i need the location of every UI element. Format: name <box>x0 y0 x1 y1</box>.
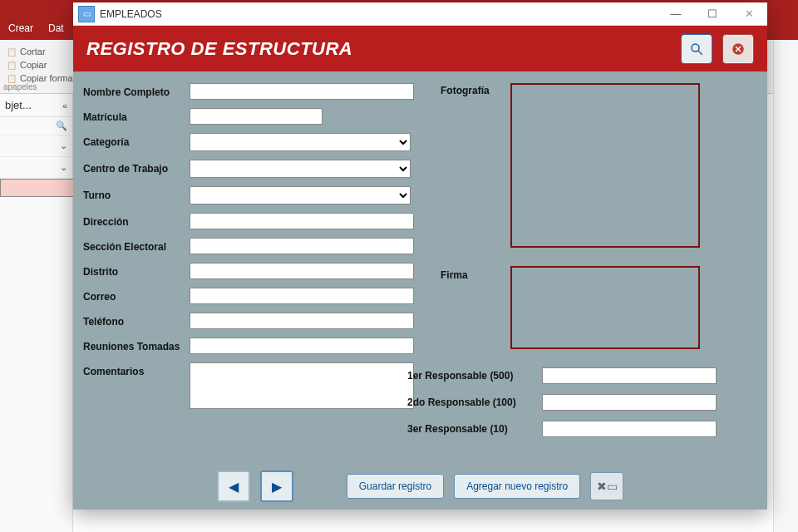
label-resp3: 3er Responsable (10) <box>407 423 537 435</box>
input-nombre[interactable] <box>190 83 414 100</box>
chevron-left-icon: ◀ <box>229 479 239 495</box>
label-distrito: Distrito <box>83 263 190 278</box>
input-reuniones[interactable] <box>190 337 414 354</box>
window-close-button[interactable]: ✕ <box>731 3 767 25</box>
svg-line-1 <box>698 51 702 55</box>
bg-tab-datos[interactable]: Dat <box>48 22 64 34</box>
svg-point-0 <box>692 44 699 52</box>
search-icon <box>689 42 704 57</box>
label-categoria: Categoría <box>83 133 190 148</box>
delete-record-button[interactable]: ✖▭ <box>590 472 623 500</box>
label-seccion: Sección Electoral <box>83 238 190 253</box>
select-categoria[interactable] <box>190 133 411 151</box>
bg-nav-search[interactable]: 🔍 <box>0 117 72 135</box>
input-seccion[interactable] <box>190 238 414 254</box>
input-telefono[interactable] <box>190 313 414 329</box>
label-reuniones: Reuniones Tomadas <box>83 337 190 352</box>
input-distrito[interactable] <box>190 263 414 279</box>
input-correo[interactable] <box>190 288 414 304</box>
close-icon <box>731 42 746 57</box>
right-column: Fotografía Firma 1er Responsable (500) 2… <box>441 83 757 449</box>
window-title: EMPLEADOS <box>100 8 658 20</box>
next-record-button[interactable]: ▶ <box>260 470 293 502</box>
label-nombre: Nombre Completo <box>83 83 190 98</box>
delete-icon: ✖▭ <box>597 480 618 493</box>
bg-group-portapapeles: apapeles <box>3 82 37 91</box>
banner: REGISTRO DE ESTRUCTURA <box>73 26 767 71</box>
close-form-button[interactable] <box>722 34 754 64</box>
input-resp2[interactable] <box>542 394 717 411</box>
prev-record-button[interactable]: ◀ <box>217 470 250 502</box>
input-direccion[interactable] <box>190 213 414 229</box>
label-turno: Turno <box>83 186 190 201</box>
bg-tab-crear[interactable]: Crear <box>8 22 33 34</box>
input-matricula[interactable] <box>190 108 323 125</box>
window-minimize-button[interactable]: — <box>658 3 694 25</box>
select-turno[interactable] <box>190 186 411 204</box>
search-button[interactable] <box>681 34 712 64</box>
banner-title: REGISTRO DE ESTRUCTURA <box>86 38 671 60</box>
bg-nav-pane: bjet... « 🔍 ⌄ ⌄ <box>0 94 73 532</box>
firma-box[interactable] <box>510 266 700 349</box>
left-column: Nombre Completo Matrícula Categoría Cent… <box>83 83 416 449</box>
agregar-button[interactable]: Agregar nuevo registro <box>454 474 580 499</box>
label-correo: Correo <box>83 288 190 303</box>
bg-nav-group-2[interactable]: ⌄ <box>0 157 72 179</box>
label-telefono: Teléfono <box>83 313 190 328</box>
label-firma: Firma <box>441 269 468 281</box>
label-resp2: 2do Responsable (100) <box>407 397 537 408</box>
label-comentarios: Comentarios <box>83 362 190 377</box>
guardar-button[interactable]: Guardar registro <box>347 474 444 499</box>
window-maximize-button[interactable]: ☐ <box>694 3 731 25</box>
bg-nav-collapse-icon[interactable]: « <box>62 101 67 111</box>
input-resp1[interactable] <box>542 367 717 384</box>
form-area: Nombre Completo Matrícula Categoría Cent… <box>73 71 767 510</box>
chevron-right-icon: ▶ <box>272 479 282 495</box>
bg-nav-title: bjet... <box>5 99 32 111</box>
titlebar: ▭ EMPLEADOS — ☐ ✕ <box>73 2 767 26</box>
label-fotografia: Fotografía <box>441 85 490 96</box>
bg-right-pane <box>773 40 798 532</box>
textarea-comentarios[interactable] <box>190 362 414 409</box>
footer: ◀ ▶ Guardar registro Agregar nuevo regis… <box>73 463 767 510</box>
empleados-window: ▭ EMPLEADOS — ☐ ✕ REGISTRO DE ESTRUCTURA… <box>73 2 767 510</box>
label-matricula: Matrícula <box>83 108 190 123</box>
fotografia-box[interactable] <box>510 83 700 248</box>
label-resp1: 1er Responsable (500) <box>407 370 537 382</box>
input-resp3[interactable] <box>542 421 717 437</box>
label-direccion: Dirección <box>83 213 190 228</box>
select-centro[interactable] <box>190 160 411 178</box>
label-centro: Centro de Trabajo <box>83 160 190 175</box>
bg-nav-group-1[interactable]: ⌄ <box>0 135 72 157</box>
window-icon: ▭ <box>78 6 95 22</box>
